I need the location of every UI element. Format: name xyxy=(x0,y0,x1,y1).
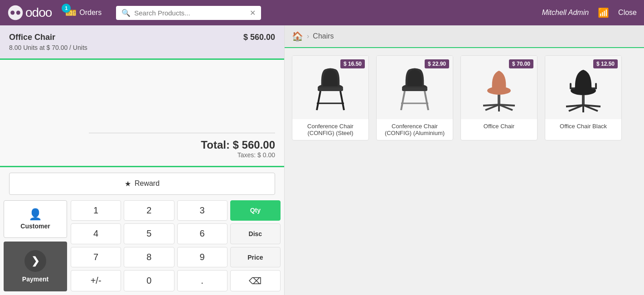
order-product-price: $ 560.00 xyxy=(243,33,275,42)
order-product-name: Office Chair xyxy=(9,33,55,42)
search-input[interactable] xyxy=(134,9,250,17)
header: odoo 1 🎫 Orders 🔍 ✕ Mitchell Admin 📶 Clo… xyxy=(0,0,644,25)
numpad-9[interactable]: 9 xyxy=(177,247,228,268)
search-clear-button[interactable]: ✕ xyxy=(250,9,256,17)
search-icon: 🔍 xyxy=(121,9,131,17)
numpad-8[interactable]: 8 xyxy=(124,247,174,268)
product-image-3 xyxy=(561,63,606,112)
svg-line-5 xyxy=(317,91,320,110)
odoo-logo-text: odoo xyxy=(25,5,52,20)
svg-point-13 xyxy=(487,87,511,95)
product-image-0 xyxy=(308,63,353,112)
orders-label: Orders xyxy=(79,9,102,17)
numpad-0[interactable]: 0 xyxy=(124,270,174,291)
svg-line-10 xyxy=(401,91,405,110)
svg-point-1 xyxy=(10,11,15,15)
payment-circle: ❯ xyxy=(24,250,46,272)
numpad-disc[interactable]: Disc xyxy=(230,223,281,244)
svg-rect-23 xyxy=(570,83,571,89)
total-area: Total: $ 560.00 Taxes: $ 0.00 xyxy=(0,60,284,167)
product-image-area-3: $ 12.50 xyxy=(545,56,621,119)
product-image-area-2: $ 70.00 xyxy=(461,56,537,119)
order-line: Office Chair $ 560.00 8.00 Units at $ 70… xyxy=(0,25,284,60)
product-grid: $ 16.50 xyxy=(285,48,644,148)
order-line-top: Office Chair $ 560.00 xyxy=(9,33,275,42)
action-column: 👤 Customer ❯ Payment xyxy=(4,200,67,292)
svg-rect-25 xyxy=(582,95,585,105)
odoo-logo-icon xyxy=(7,5,24,21)
total-value: $ 560.00 xyxy=(233,139,275,151)
breadcrumb: 🏠 › Chairs xyxy=(285,25,644,48)
svg-rect-14 xyxy=(498,95,500,105)
payment-button[interactable]: ❯ Payment xyxy=(4,242,67,291)
reward-button[interactable]: ★ Reward xyxy=(9,173,275,195)
left-panel: Office Chair $ 560.00 8.00 Units at $ 70… xyxy=(0,25,285,295)
svg-rect-9 xyxy=(402,87,427,91)
numpad-dot[interactable]: . xyxy=(177,270,228,291)
numpad-area: 👤 Customer ❯ Payment 1 2 3 Qty 4 xyxy=(0,200,284,295)
numpad-2[interactable]: 2 xyxy=(124,200,174,221)
close-button[interactable]: Close xyxy=(618,9,637,17)
customer-button[interactable]: 👤 Customer xyxy=(4,200,67,238)
product-image-area-1: $ 22.90 xyxy=(377,56,453,119)
user-name: Mitchell Admin xyxy=(542,9,589,17)
taxes-value: $ 0.00 xyxy=(257,151,275,159)
orders-button[interactable]: 1 🎫 Orders xyxy=(59,7,102,18)
taxes-label: Taxes: xyxy=(237,151,256,159)
breadcrumb-separator: › xyxy=(307,32,309,40)
numpad-price[interactable]: Price xyxy=(230,247,281,268)
numpad-grid: 1 2 3 Qty 4 5 6 Disc 7 8 9 Price +/- 0 .… xyxy=(71,200,281,292)
star-icon: ★ xyxy=(125,179,131,188)
svg-line-18 xyxy=(499,105,515,106)
numpad-6[interactable]: 6 xyxy=(177,223,228,244)
numpad-3[interactable]: 3 xyxy=(177,200,228,221)
chevron-right-icon: ❯ xyxy=(31,255,39,267)
product-name-0: Conference Chair (CONFIG) (Steel) xyxy=(292,119,368,140)
taxes-row: Taxes: $ 0.00 xyxy=(9,151,275,159)
product-card-1[interactable]: $ 22.90 Conference Chair (CONFIG) (Alumi… xyxy=(376,55,453,140)
numpad-qty[interactable]: Qty xyxy=(230,200,281,221)
svg-line-11 xyxy=(425,91,428,110)
svg-point-2 xyxy=(16,11,20,15)
numpad-plusminus[interactable]: +/- xyxy=(71,270,121,291)
total-divider xyxy=(89,133,275,133)
svg-rect-4 xyxy=(318,87,343,91)
total-row: Total: $ 560.00 xyxy=(9,139,275,151)
right-panel: 🏠 › Chairs $ 16.50 xyxy=(285,25,644,295)
numpad-backspace[interactable]: ⌫ xyxy=(230,270,281,291)
product-name-2: Office Chair xyxy=(461,119,537,133)
product-card-3[interactable]: $ 12.50 xyxy=(545,55,622,140)
home-icon[interactable]: 🏠 xyxy=(292,31,303,42)
odoo-logo: odoo xyxy=(7,5,52,21)
product-card-0[interactable]: $ 16.50 xyxy=(292,55,369,140)
numpad-1[interactable]: 1 xyxy=(71,200,121,221)
customer-icon: 👤 xyxy=(29,208,42,221)
product-image-1 xyxy=(392,63,437,112)
breadcrumb-category: Chairs xyxy=(313,32,334,40)
price-badge-2: $ 70.00 xyxy=(509,59,533,68)
reward-label: Reward xyxy=(135,179,160,188)
product-name-3: Office Chair Black xyxy=(545,119,621,133)
numpad-4[interactable]: 4 xyxy=(71,223,121,244)
svg-point-0 xyxy=(8,5,23,20)
price-badge-1: $ 22.90 xyxy=(425,59,449,68)
svg-line-6 xyxy=(340,91,344,110)
product-image-2 xyxy=(476,63,522,112)
search-container: 🔍 ✕ xyxy=(116,6,261,20)
svg-point-20 xyxy=(571,86,596,95)
numpad-7[interactable]: 7 xyxy=(71,247,121,268)
total-label: Total: xyxy=(201,139,230,151)
product-image-area-0: $ 16.50 xyxy=(292,56,368,119)
payment-label: Payment xyxy=(22,276,48,283)
price-badge-3: $ 12.50 xyxy=(593,59,618,68)
svg-rect-24 xyxy=(595,83,597,89)
price-badge-0: $ 16.50 xyxy=(340,59,365,68)
product-name-1: Conference Chair (CONFIG) (Aluminium) xyxy=(377,119,453,140)
order-detail: 8.00 Units at $ 70.00 / Units xyxy=(9,44,275,51)
product-card-2[interactable]: $ 70.00 xyxy=(460,55,537,140)
svg-line-17 xyxy=(483,105,499,106)
wifi-icon: 📶 xyxy=(598,7,609,18)
customer-label: Customer xyxy=(20,222,50,230)
numpad-5[interactable]: 5 xyxy=(124,223,174,244)
main-layout: Office Chair $ 560.00 8.00 Units at $ 70… xyxy=(0,25,644,295)
